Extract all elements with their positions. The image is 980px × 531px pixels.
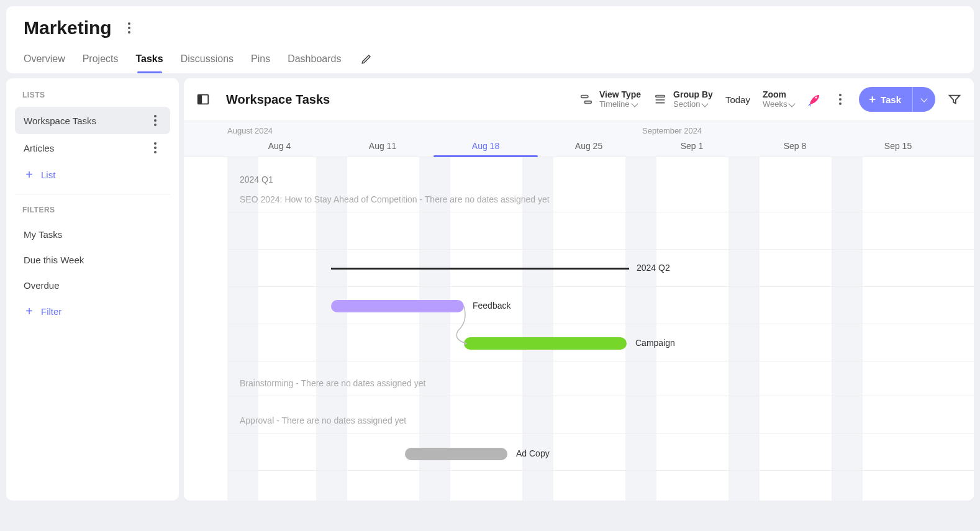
new-task-button-main[interactable]: + Task	[859, 93, 912, 106]
add-list-label: List	[41, 170, 55, 180]
task-bar-adcopy-label: Ad Copy	[516, 448, 550, 458]
dependency-arrow	[455, 306, 479, 350]
filter-item-label: Overdue	[24, 280, 60, 291]
filter-item-my-tasks[interactable]: My Tasks	[15, 222, 170, 247]
row-divider	[227, 433, 974, 433]
section-label: 2024 Q1	[240, 175, 273, 184]
weekend-band	[227, 157, 258, 501]
task-no-dates: SEO 2024: How to Stay Ahead of Competiti…	[240, 194, 550, 204]
list-item-label: Workspace Tasks	[24, 116, 96, 126]
list-item-workspace-tasks[interactable]: Workspace Tasks	[15, 107, 170, 134]
date-column-label: Aug 25	[558, 141, 620, 151]
toolbar: Workspace Tasks View Type Timeline Group…	[184, 78, 974, 121]
plus-icon: +	[24, 169, 35, 180]
task-no-dates: Brainstorming - There are no dates assig…	[240, 378, 425, 388]
month-label: August 2024	[227, 126, 273, 135]
row-divider	[227, 212, 974, 212]
task-bar-feedback[interactable]	[331, 300, 464, 312]
filter-icon[interactable]	[948, 93, 961, 106]
tab-overview[interactable]: Overview	[24, 53, 65, 73]
workspace-menu-icon[interactable]	[123, 22, 135, 34]
list-item-label: Articles	[24, 143, 54, 153]
filter-item-label: Due this Week	[24, 255, 84, 265]
svg-rect-1	[198, 95, 202, 104]
weekend-band	[316, 157, 347, 501]
date-column-label: Sep 1	[661, 141, 723, 151]
zoom-value: Weeks	[763, 100, 787, 109]
tab-discussions[interactable]: Discussions	[181, 53, 234, 73]
edit-tabs-icon[interactable]	[361, 53, 372, 65]
add-filter-label: Filter	[41, 306, 61, 317]
plus-icon: +	[24, 306, 35, 317]
add-list-button[interactable]: + List	[15, 161, 170, 188]
svg-point-7	[815, 97, 817, 99]
weekend-band	[832, 157, 863, 501]
zoom-label: Zoom	[763, 89, 795, 99]
tab-tasks[interactable]: Tasks	[135, 53, 163, 73]
chevron-down-icon	[631, 100, 638, 107]
add-filter-button[interactable]: + Filter	[15, 298, 170, 324]
date-column-label: Aug 4	[248, 141, 311, 151]
tabs: Overview Projects Tasks Discussions Pins…	[24, 53, 956, 73]
toolbar-title: Workspace Tasks	[226, 93, 330, 107]
more-menu-icon[interactable]	[834, 93, 846, 106]
summary-bar[interactable]	[331, 268, 629, 270]
task-bar-campaign[interactable]	[464, 337, 627, 350]
main-panel: Workspace Tasks View Type Timeline Group…	[184, 78, 974, 501]
filter-item-due-this-week[interactable]: Due this Week	[15, 247, 170, 273]
tab-projects[interactable]: Projects	[83, 53, 119, 73]
plus-icon: +	[869, 93, 876, 106]
chevron-down-icon	[920, 95, 927, 102]
new-task-label: Task	[881, 94, 901, 105]
date-column-label: Aug 18	[455, 141, 517, 151]
svg-rect-4	[656, 96, 665, 98]
today-button[interactable]: Today	[725, 94, 750, 105]
new-task-button-dropdown[interactable]	[912, 87, 935, 112]
row-divider	[227, 470, 974, 471]
date-column-label: Sep 15	[867, 141, 929, 151]
filter-item-overdue[interactable]: Overdue	[15, 273, 170, 298]
weekend-band	[728, 157, 760, 501]
zoom-selector[interactable]: Zoom Weeks	[763, 89, 795, 109]
task-bar-adcopy[interactable]	[405, 448, 507, 460]
group-by-selector[interactable]: Group By Section	[653, 89, 713, 109]
row-divider	[227, 361, 974, 361]
list-item-menu-icon[interactable]	[149, 114, 161, 127]
row-divider	[227, 324, 974, 324]
view-type-selector[interactable]: View Type Timeline	[579, 89, 641, 109]
chevron-down-icon	[702, 100, 709, 107]
tab-pins[interactable]: Pins	[251, 53, 270, 73]
summary-bar-label: 2024 Q2	[637, 263, 670, 273]
list-item-menu-icon[interactable]	[149, 142, 161, 154]
list-item-articles[interactable]: Articles	[15, 134, 170, 161]
row-divider	[227, 286, 974, 287]
filter-item-label: My Tasks	[24, 229, 62, 240]
sidebar: LISTS Workspace Tasks Articles + List FI…	[6, 78, 179, 501]
group-by-label: Group By	[673, 89, 713, 99]
task-bar-campaign-label: Campaign	[635, 338, 675, 348]
filters-heading: FILTERS	[22, 206, 170, 214]
page-title: Marketing	[24, 17, 112, 39]
svg-rect-2	[581, 96, 588, 98]
tab-dashboards[interactable]: Dashboards	[288, 53, 341, 73]
new-task-button: + Task	[859, 87, 935, 112]
view-type-label: View Type	[599, 89, 641, 99]
row-divider	[227, 396, 974, 396]
chevron-down-icon	[789, 100, 796, 107]
month-label: September 2024	[642, 126, 702, 135]
app-header: Marketing Overview Projects Tasks Discus…	[6, 6, 974, 73]
view-type-icon	[579, 93, 593, 106]
divider	[15, 194, 170, 194]
group-by-icon	[653, 93, 667, 106]
date-column-label: Aug 11	[352, 141, 414, 151]
lists-heading: LISTS	[22, 91, 170, 99]
collapse-sidebar-icon[interactable]	[196, 93, 210, 106]
timeline-header: August 2024September 2024Aug 4Aug 11Aug …	[184, 121, 974, 157]
view-type-value: Timeline	[599, 100, 630, 109]
svg-rect-3	[584, 101, 591, 104]
weekend-band	[625, 157, 656, 501]
date-column-label: Sep 8	[764, 141, 826, 151]
timeline-body[interactable]: 2024 Q1SEO 2024: How to Stay Ahead of Co…	[184, 157, 974, 501]
rocket-icon[interactable]	[807, 92, 822, 107]
row-divider	[227, 249, 974, 250]
